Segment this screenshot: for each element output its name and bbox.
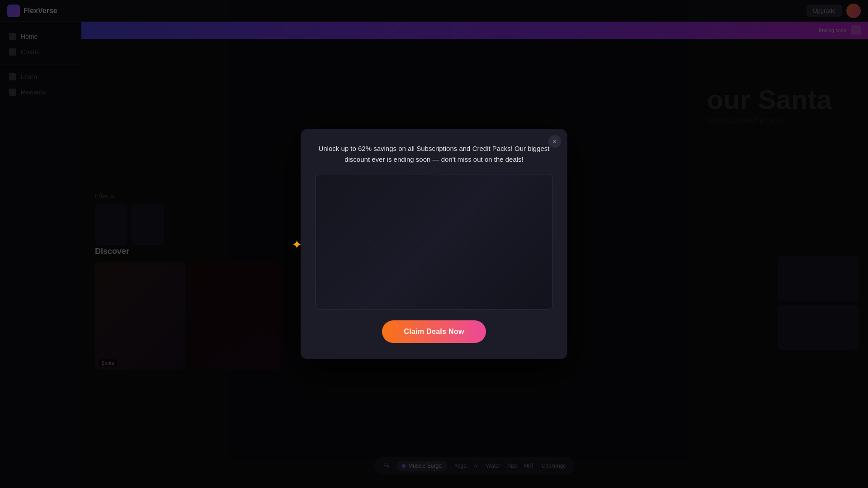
- claim-deals-button[interactable]: Claim Deals Now: [382, 320, 486, 343]
- modal-overlay[interactable]: ✦ × Unlock up to 62% savings on all Subs…: [0, 0, 868, 488]
- modal-image-container: [315, 174, 553, 310]
- modal-close-button[interactable]: ×: [548, 135, 561, 148]
- modal-image-placeholder: [316, 174, 552, 309]
- modal-headline: Unlock up to 62% savings on all Subscrip…: [315, 143, 553, 165]
- star-icon: ✦: [292, 237, 302, 252]
- modal: ✦ × Unlock up to 62% savings on all Subs…: [301, 129, 567, 359]
